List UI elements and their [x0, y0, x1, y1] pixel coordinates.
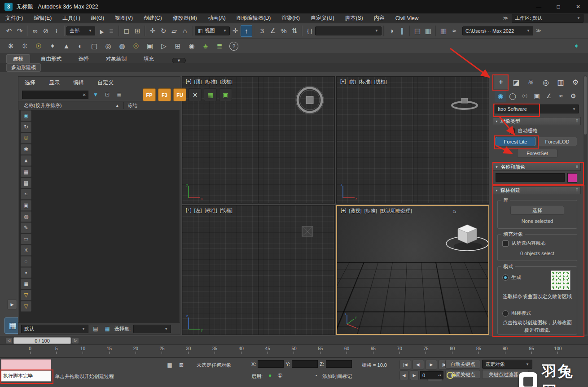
viewport-label[interactable]: [左] — [194, 207, 202, 214]
viewport-front[interactable]: [+][前][标准][线框] x z — [336, 76, 489, 204]
selection-set-dropdown[interactable]: ▼ — [133, 325, 171, 333]
explorer-expand-button[interactable]: ▶ — [7, 300, 17, 309]
plugin-toolbar-icon[interactable]: ♣ — [200, 41, 211, 52]
explorer-filter-icon[interactable]: ✱ — [21, 144, 31, 155]
reference-coordinate-dropdown[interactable]: ◧ 视图▼ — [195, 26, 230, 35]
plugin-toolbar-icon[interactable]: ❊ — [19, 41, 30, 52]
explorer-filter-icon[interactable]: ◍ — [21, 211, 31, 222]
plugin-toolbar-icon[interactable]: ☉ — [33, 41, 44, 52]
explorer-filter-icon[interactable]: ↻ — [21, 122, 31, 132]
icon-mode-radio[interactable] — [502, 310, 509, 317]
cube-object-perspective[interactable] — [439, 217, 489, 261]
menu-overflow-chevron[interactable]: ≫ — [503, 15, 508, 21]
menu-item[interactable]: 自定义(U) — [305, 13, 340, 23]
category-helpers-icon[interactable]: ∠ — [543, 90, 555, 102]
help-icon[interactable]: ? — [229, 42, 238, 51]
menu-item[interactable]: Civil View — [390, 13, 424, 23]
snaps-toggle-icon[interactable]: 3 — [257, 26, 268, 36]
maximize-button[interactable]: □ — [549, 0, 568, 13]
unlink-selection-icon[interactable]: ⊘ — [40, 26, 51, 36]
plugin-toolbar-icon[interactable]: ▢ — [89, 41, 100, 52]
ribbon-tab[interactable]: 填充 — [137, 55, 160, 63]
rollout-forest-creation[interactable]: ▼森林创建⠿ — [493, 186, 581, 194]
explorer-filter-icon[interactable]: ▪ — [21, 267, 31, 278]
menu-item[interactable]: 修改器(M) — [167, 13, 202, 23]
explorer-filter-icon[interactable]: ◉ — [21, 110, 31, 121]
viewport-label[interactable]: [顶] — [194, 78, 202, 85]
select-move-icon[interactable]: ✛ — [147, 26, 158, 36]
explorer-preset-dropdown[interactable]: 默认▼ — [21, 325, 88, 333]
table-green-icon[interactable]: ▦ — [204, 88, 217, 101]
explorer-filter-icon[interactable]: ▽ — [21, 290, 31, 300]
named-sets-dropdown[interactable]: ▼ — [315, 26, 382, 35]
undo-icon[interactable]: ↶ — [4, 26, 14, 36]
ribbon-tab[interactable]: 建模 — [6, 54, 30, 63]
explorer-filter-icon[interactable]: ≈ — [21, 189, 31, 200]
viewport-label[interactable]: [线框] — [220, 78, 233, 85]
toolbar-overflow-chevron[interactable]: ≫ — [536, 28, 541, 34]
viewport-label[interactable]: [线框] — [220, 207, 233, 214]
select-scale-icon[interactable]: ▱ — [169, 26, 180, 36]
viewport-label[interactable]: [透视] — [349, 208, 362, 214]
explorer-filter-icon[interactable]: ▭ — [21, 234, 31, 244]
generate-radio[interactable] — [502, 274, 509, 281]
plugin-toolbar-icon[interactable]: ◍ — [117, 41, 127, 52]
explorer-menu-item[interactable]: 自定义 — [97, 79, 114, 87]
tab-modify[interactable]: ◪ — [509, 75, 523, 89]
plugin-toolbar-icon[interactable]: ▲ — [61, 41, 72, 52]
track-bar[interactable]: 0 5 10 15 20 25 30 35 — [0, 345, 588, 357]
plugin-toolbar-icon[interactable]: ✦ — [47, 41, 58, 52]
viewport-label[interactable]: [标准] — [205, 207, 217, 214]
forest-display-button[interactable]: FU — [173, 88, 186, 101]
explorer-search-input[interactable]: ✕ — [22, 91, 88, 99]
category-systems-icon[interactable]: ⚙ — [567, 90, 579, 102]
frame-spinner[interactable]: ▴▾ — [438, 374, 441, 377]
current-frame-field[interactable]: 0▴▾ — [420, 371, 443, 379]
schematic-view-icon[interactable]: ≈ — [449, 26, 460, 36]
explorer-filter-icon[interactable]: ▽ — [21, 301, 31, 312]
category-geometry-icon[interactable]: ◉ — [495, 90, 506, 102]
key-filters-button[interactable]: 关键点过滤器... — [482, 370, 529, 379]
menu-item[interactable]: 工具(T) — [57, 13, 85, 23]
key-selection-dropdown[interactable]: 选定对象▼ — [482, 360, 532, 369]
torus-object-top[interactable] — [294, 84, 326, 116]
tab-motion[interactable]: ◎ — [539, 75, 553, 89]
named-selection-sets-icon[interactable]: { } — [304, 26, 315, 36]
mirror-icon[interactable]: ◑ — [386, 26, 397, 36]
tab-display[interactable]: ▥ — [554, 75, 567, 89]
ribbon-tab[interactable]: 对象绘制 — [100, 55, 133, 63]
forest-display-button[interactable]: F3 — [158, 88, 171, 101]
viewport-label[interactable]: [标准] — [359, 78, 372, 85]
ribbon-overflow[interactable]: ▼ — [172, 58, 186, 63]
object-color-swatch[interactable] — [567, 173, 577, 183]
z-coordinate-field[interactable] — [326, 360, 352, 368]
explorer-filter-icon[interactable]: ≣ — [21, 278, 31, 289]
box-green-icon[interactable]: ▣ — [219, 88, 232, 101]
frame-fwd-button[interactable]: ▶ — [410, 370, 419, 380]
grid-toggle-icon[interactable]: ▦ — [103, 324, 112, 333]
clear-filter-icon[interactable]: ✕ — [189, 88, 202, 101]
explorer-filter-icon[interactable]: ▣ — [21, 200, 31, 211]
object-name-input[interactable] — [496, 173, 565, 182]
menu-item[interactable]: 脚本(S) — [340, 13, 369, 23]
plugin-toolbar-icon[interactable]: ≣ — [214, 41, 225, 52]
isolate-selection-icon[interactable]: ① — [277, 372, 283, 379]
viewport-perspective[interactable]: [+][透视][标准][默认明暗处理] ⌂ x y z — [336, 205, 489, 335]
viewport-label[interactable]: [+] — [340, 78, 346, 85]
category-lights-icon[interactable]: ☉ — [519, 90, 531, 102]
spinner-snap-icon[interactable]: ⇅ — [289, 26, 300, 36]
rollout-object-type[interactable]: ▼对象类型⠿ — [493, 117, 581, 125]
viewport-label[interactable]: [标准] — [364, 208, 377, 214]
viewport-label[interactable]: [默认明暗处理] — [380, 208, 412, 214]
plugin-toolbar-icon[interactable]: ◎ — [103, 41, 114, 52]
curve-editor-icon[interactable]: ▦ — [438, 26, 449, 36]
layers-icon[interactable]: ▤ — [91, 324, 100, 333]
menu-item[interactable]: 内容 — [369, 13, 390, 23]
workspace-dropdown[interactable]: 工作区: 默认▼ — [512, 14, 584, 23]
viewport-label[interactable]: [前] — [349, 78, 356, 85]
autogrid-checkbox[interactable] — [509, 128, 515, 134]
go-start-button[interactable]: |◀ — [399, 360, 411, 370]
category-plugin-dropdown[interactable]: Itoo Software▼ — [495, 104, 579, 113]
menu-item[interactable]: 视图(V) — [110, 13, 138, 23]
explorer-filter-icon[interactable]: ▦ — [21, 166, 31, 177]
